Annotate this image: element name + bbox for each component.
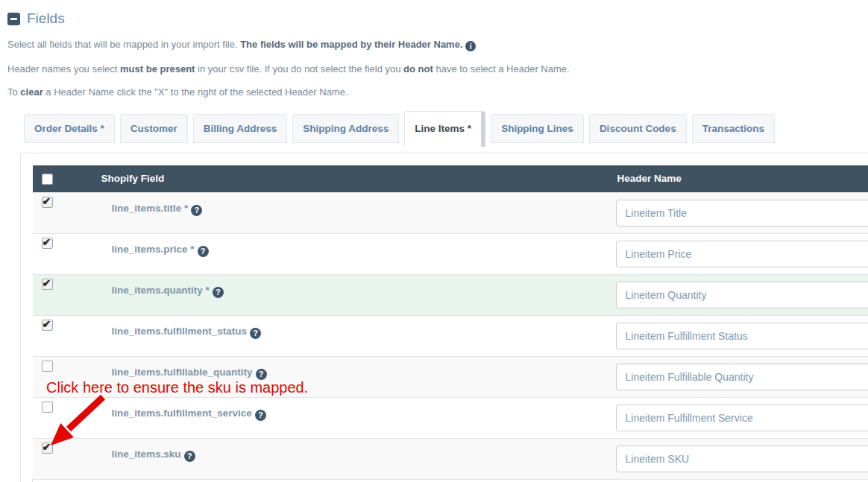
row-checkbox[interactable] <box>42 279 53 290</box>
header-name-input[interactable] <box>616 364 868 390</box>
header-name-input[interactable] <box>616 241 868 267</box>
tab-label: Line Items * <box>415 123 471 134</box>
tab[interactable]: Billing Address <box>193 114 288 143</box>
fields-panel: Fields Select all fields that will be ma… <box>0 0 868 147</box>
intro-2-bold: do not <box>403 63 433 74</box>
shopify-field-label: line_items.fulfillment_status <box>112 326 248 337</box>
header-name-input[interactable] <box>616 282 868 308</box>
intro-1-bold: The fields will be mapped by their Heade… <box>240 39 465 50</box>
tab[interactable]: Transactions <box>692 114 775 143</box>
help-icon[interactable] <box>198 246 209 257</box>
intro-2-text: have to select a Header Name. <box>433 63 570 74</box>
intro-1-text: Select all fields that will be mapped in… <box>7 39 240 50</box>
intro-2-bold: must be present <box>120 63 195 74</box>
header-name-input[interactable] <box>616 200 868 226</box>
intro-line-3: To clear a Header Name click the "X" to … <box>7 86 868 98</box>
help-icon[interactable] <box>255 410 266 421</box>
table-header-row: Shopify Field Header Name <box>33 165 868 192</box>
intro-3-bold: clear <box>20 86 43 98</box>
header-name-input[interactable] <box>616 323 868 349</box>
shopify-field-label: line_items.price * <box>112 244 195 255</box>
table-row: line_items.fulfillment_service <box>33 397 868 438</box>
tab[interactable]: Discount Codes <box>589 114 687 143</box>
tab-label: Shipping Address <box>303 123 389 134</box>
row-checkbox[interactable] <box>42 320 53 331</box>
shopify-field-label: line_items.title * <box>112 203 189 214</box>
tab[interactable]: Order Details * <box>24 114 115 143</box>
table-body: line_items.title * line_items.price * li… <box>33 192 868 482</box>
tab[interactable]: Line Items * <box>404 111 485 147</box>
tab-label: Transactions <box>702 123 764 134</box>
shopify-field-label: line_items.quantity * <box>112 285 210 296</box>
info-icon[interactable] <box>465 41 476 51</box>
help-icon[interactable] <box>184 451 195 462</box>
intro-3-text: To <box>7 86 20 98</box>
tab[interactable]: Shipping Lines <box>491 114 584 143</box>
shopify-field-label: line_items.fulfillable_quantity <box>112 367 253 378</box>
row-checkbox[interactable] <box>42 361 53 372</box>
table-row: line_items.quantity * <box>33 274 868 315</box>
table-row: line_items.price * <box>33 233 868 274</box>
help-icon[interactable] <box>213 287 224 298</box>
tab-label: Billing Address <box>204 123 277 134</box>
select-all-checkbox[interactable] <box>42 174 53 185</box>
mapping-table-container: Shopify Field Header Name line_items.tit… <box>20 153 868 482</box>
header-name-input[interactable] <box>616 445 868 472</box>
tab-label: Shipping Lines <box>501 123 573 134</box>
panel-title: Fields <box>27 10 65 27</box>
header-name-input[interactable] <box>616 405 868 431</box>
intro-2-text: Header names you select <box>7 63 120 74</box>
intro-line-2: Header names you select must be present … <box>7 63 868 74</box>
annotation-arrow-icon <box>37 393 112 452</box>
mapping-table: Shopify Field Header Name line_items.tit… <box>32 165 868 482</box>
help-icon[interactable] <box>256 369 267 380</box>
intro-2-text: in your csv file. If you do not select t… <box>195 63 403 74</box>
table-row: line_items.sku <box>33 438 868 479</box>
intro-line-1: Select all fields that will be mapped in… <box>7 39 868 51</box>
shopify-field-label: line_items.sku <box>112 448 181 460</box>
collapse-minus-icon[interactable] <box>7 13 20 25</box>
tab[interactable]: Customer <box>120 114 188 143</box>
column-header-header-name: Header Name <box>616 165 868 192</box>
help-icon[interactable] <box>250 328 261 339</box>
panel-header: Fields <box>7 10 868 27</box>
tab-bar: Order Details * Customer Billing Address… <box>24 111 868 147</box>
table-row: line_items.title * <box>33 192 868 233</box>
tab-label: Order Details * <box>34 123 104 134</box>
row-checkbox[interactable] <box>42 197 53 208</box>
shopify-field-label: line_items.fulfillment_service <box>112 408 252 419</box>
tab-label: Discount Codes <box>600 123 676 134</box>
column-header-shopify-field: Shopify Field <box>100 165 616 192</box>
tab[interactable]: Shipping Address <box>292 114 399 143</box>
intro-3-text: a Header Name click the "X" to the right… <box>43 86 348 98</box>
tab-label: Customer <box>130 123 177 134</box>
table-row <box>33 479 868 482</box>
help-icon[interactable] <box>191 205 202 216</box>
row-checkbox[interactable] <box>42 238 53 249</box>
table-row: line_items.fulfillment_status <box>33 315 868 356</box>
